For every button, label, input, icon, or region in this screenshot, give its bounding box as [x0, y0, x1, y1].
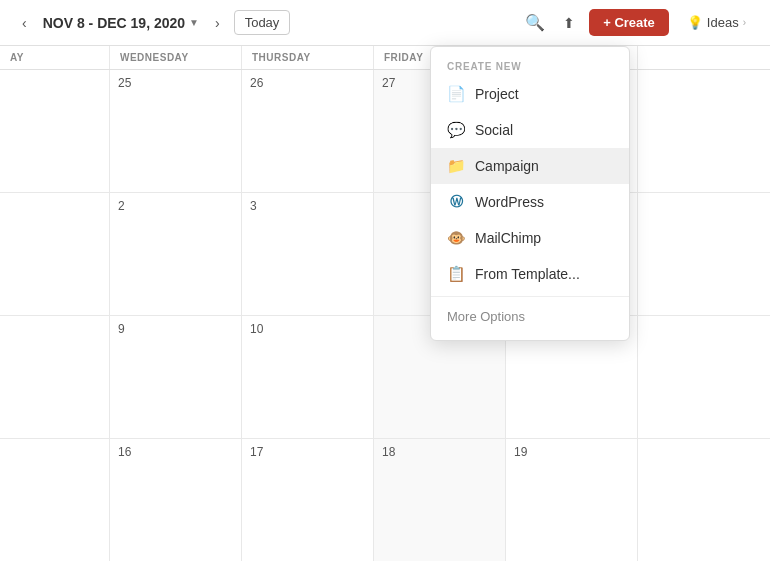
project-icon: 📄 [447, 85, 465, 103]
day-cell[interactable]: 3 [242, 193, 374, 315]
dropdown-item-label: Social [475, 122, 513, 138]
day-number: 26 [250, 76, 263, 90]
social-icon: 💬 [447, 121, 465, 139]
day-cell[interactable] [0, 70, 110, 192]
search-icon: 🔍 [525, 14, 545, 31]
day-cell[interactable] [638, 70, 770, 192]
day-cell[interactable]: 17 [242, 439, 374, 561]
day-cell[interactable]: 2 [110, 193, 242, 315]
day-header-thursday: THURSDAY [242, 46, 374, 69]
template-icon: 📋 [447, 265, 465, 283]
day-cell[interactable]: 9 [110, 316, 242, 438]
today-button[interactable]: Today [234, 10, 291, 35]
dropdown-section-label: CREATE NEW [431, 55, 629, 76]
dropdown-item-project[interactable]: 📄 Project [431, 76, 629, 112]
day-cell[interactable] [0, 316, 110, 438]
day-cell[interactable]: 16 [110, 439, 242, 561]
share-button[interactable]: ⬆ [559, 10, 579, 36]
ideas-chevron-icon: › [743, 17, 746, 28]
dropdown-item-label: From Template... [475, 266, 580, 282]
header-right: 🔍 ⬆ + Create 💡 Ideas › [521, 9, 754, 36]
search-button[interactable]: 🔍 [521, 9, 549, 36]
day-cell[interactable]: 10 [242, 316, 374, 438]
weeks-container: 25 26 27 28 2 3 5 9 10 12 16 17 [0, 70, 770, 561]
share-icon: ⬆ [563, 15, 575, 31]
next-button[interactable]: › [209, 11, 226, 35]
dropdown-item-label: Project [475, 86, 519, 102]
more-options-link[interactable]: More Options [431, 301, 629, 332]
day-number: 9 [118, 322, 125, 336]
dropdown-item-mailchimp[interactable]: 🐵 MailChimp [431, 220, 629, 256]
day-cell[interactable] [0, 439, 110, 561]
day-cell[interactable] [638, 316, 770, 438]
day-cell[interactable] [0, 193, 110, 315]
day-cell[interactable]: 19 [506, 439, 638, 561]
dropdown-item-label: MailChimp [475, 230, 541, 246]
day-number: 19 [514, 445, 527, 459]
week-row: 9 10 12 [0, 316, 770, 439]
day-number: 17 [250, 445, 263, 459]
date-range[interactable]: NOV 8 - DEC 19, 2020 ▼ [43, 15, 199, 31]
day-cell[interactable]: 26 [242, 70, 374, 192]
dropdown-item-label: WordPress [475, 194, 544, 210]
day-number: 2 [118, 199, 125, 213]
calendar: AY WEDNESDAY THURSDAY FRIDAY SATURDAY 25… [0, 46, 770, 561]
date-range-text: NOV 8 - DEC 19, 2020 [43, 15, 185, 31]
dropdown-item-label: Campaign [475, 158, 539, 174]
day-header-wednesday: WEDNESDAY [110, 46, 242, 69]
nav-arrows: ‹ NOV 8 - DEC 19, 2020 ▼ › [16, 11, 226, 35]
day-number: 25 [118, 76, 131, 90]
mailchimp-icon: 🐵 [447, 229, 465, 247]
header: ‹ NOV 8 - DEC 19, 2020 ▼ › Today 🔍 ⬆ + C… [0, 0, 770, 46]
day-number: 16 [118, 445, 131, 459]
week-row: 25 26 27 28 [0, 70, 770, 193]
campaign-icon: 📁 [447, 157, 465, 175]
day-headers-row: AY WEDNESDAY THURSDAY FRIDAY SATURDAY [0, 46, 770, 70]
dropdown-item-campaign[interactable]: 📁 Campaign [431, 148, 629, 184]
day-cell[interactable]: 25 [110, 70, 242, 192]
ideas-label: Ideas [707, 15, 739, 30]
dropdown-item-wordpress[interactable]: Ⓦ WordPress [431, 184, 629, 220]
day-header-extra [638, 46, 770, 69]
day-cell[interactable] [638, 193, 770, 315]
day-header-partial: AY [0, 46, 110, 69]
ideas-button[interactable]: 💡 Ideas › [679, 11, 754, 34]
chevron-down-icon: ▼ [189, 17, 199, 28]
prev-button[interactable]: ‹ [16, 11, 33, 35]
day-number: 3 [250, 199, 257, 213]
week-row: 2 3 5 [0, 193, 770, 316]
week-row: 16 17 18 19 [0, 439, 770, 561]
create-dropdown: CREATE NEW 📄 Project 💬 Social 📁 Campaign… [430, 46, 630, 341]
wordpress-icon: Ⓦ [447, 193, 465, 211]
day-cell[interactable] [638, 439, 770, 561]
dropdown-item-template[interactable]: 📋 From Template... [431, 256, 629, 292]
day-number: 27 [382, 76, 395, 90]
dropdown-item-social[interactable]: 💬 Social [431, 112, 629, 148]
day-cell[interactable]: 18 [374, 439, 506, 561]
dropdown-divider [431, 296, 629, 297]
bulb-icon: 💡 [687, 15, 703, 30]
create-button[interactable]: + Create [589, 9, 669, 36]
day-number: 18 [382, 445, 395, 459]
day-number: 10 [250, 322, 263, 336]
